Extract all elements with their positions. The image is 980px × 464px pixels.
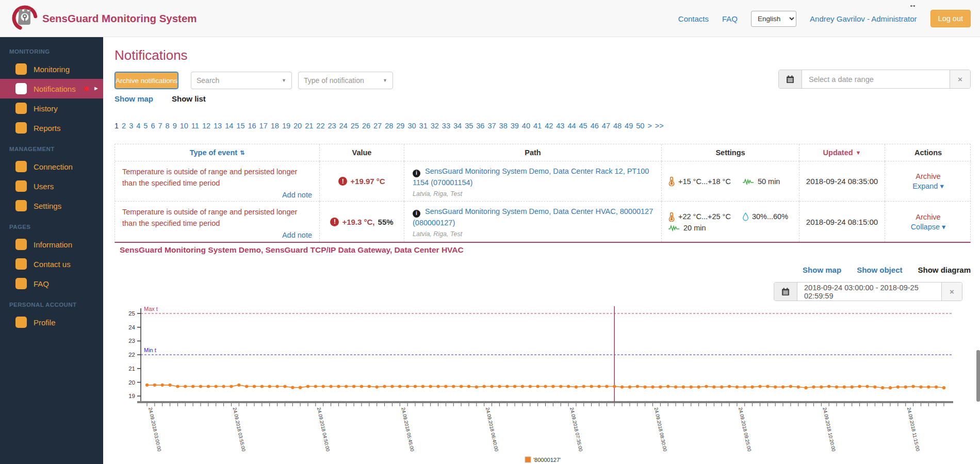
show-object-link[interactable]: Show object bbox=[857, 266, 902, 274]
page-link[interactable]: 34 bbox=[453, 122, 462, 130]
sidebar-item-settings[interactable]: Settings bbox=[0, 196, 103, 216]
page-last[interactable]: >> bbox=[655, 122, 664, 130]
sidebar-item-monitoring[interactable]: Monitoring bbox=[0, 59, 103, 79]
page-link[interactable]: 5 bbox=[143, 122, 148, 130]
page-link[interactable]: 28 bbox=[385, 122, 393, 130]
page-link[interactable]: 35 bbox=[465, 122, 473, 130]
page-link[interactable]: 9 bbox=[173, 122, 177, 130]
date-range-input[interactable]: Select a date range bbox=[802, 70, 950, 88]
page-link[interactable]: 40 bbox=[522, 122, 530, 130]
page-link[interactable]: 2 bbox=[122, 122, 126, 130]
page-link[interactable]: 19 bbox=[282, 122, 290, 130]
path-link[interactable]: SensGuard Monitoring System Demo, Data C… bbox=[413, 207, 653, 227]
logout-button[interactable]: Log out bbox=[930, 10, 971, 27]
page-link[interactable]: 44 bbox=[567, 122, 576, 130]
calendar-icon[interactable] bbox=[774, 283, 797, 301]
page-link[interactable]: 21 bbox=[305, 122, 313, 130]
sidebar-item-connection[interactable]: Connection bbox=[0, 157, 103, 176]
page-link[interactable]: 16 bbox=[248, 122, 256, 130]
sidebar-item-profile[interactable]: Profile bbox=[0, 312, 103, 332]
page-link[interactable]: 42 bbox=[545, 122, 553, 130]
show-map-link[interactable]: Show map bbox=[115, 94, 153, 103]
page-link[interactable]: 33 bbox=[442, 122, 450, 130]
add-note-link[interactable]: Add note bbox=[282, 189, 312, 201]
humidity-icon bbox=[742, 212, 749, 221]
page-link[interactable]: 6 bbox=[151, 122, 155, 130]
page-link[interactable]: 20 bbox=[293, 122, 302, 130]
clear-date-icon[interactable]: × bbox=[950, 70, 970, 88]
page-link[interactable]: 46 bbox=[591, 122, 599, 130]
user-profile-link[interactable]: Andrey Gavrilov - Administrator bbox=[810, 14, 917, 23]
page-link[interactable]: 48 bbox=[613, 122, 622, 130]
column-header-value: Value bbox=[320, 144, 404, 161]
page-link[interactable]: 29 bbox=[396, 122, 404, 130]
archive-notifications-button[interactable]: Archive notifications bbox=[115, 72, 178, 89]
page-link[interactable]: 18 bbox=[271, 122, 279, 130]
page-link[interactable]: 10 bbox=[180, 122, 188, 130]
page-link[interactable]: 27 bbox=[373, 122, 382, 130]
page-link[interactable]: 37 bbox=[487, 122, 496, 130]
add-note-link[interactable]: Add note bbox=[282, 229, 312, 241]
sidebar-item-notifications[interactable]: Notifications ✱ ► bbox=[0, 79, 103, 98]
page-link[interactable]: 47 bbox=[602, 122, 610, 130]
path-link[interactable]: SensGuard Monitoring System Demo, Data C… bbox=[413, 167, 649, 187]
sidebar-item-contact-us[interactable]: Contact us bbox=[0, 254, 103, 274]
clear-date-icon[interactable]: × bbox=[941, 283, 962, 301]
page-link[interactable]: 26 bbox=[362, 122, 370, 130]
archive-link[interactable]: Archive bbox=[916, 213, 940, 221]
page-link[interactable]: 4 bbox=[136, 122, 140, 130]
page-link[interactable]: 12 bbox=[202, 122, 210, 130]
page-link[interactable]: 32 bbox=[431, 122, 439, 130]
sidebar-item-users[interactable]: Users bbox=[0, 176, 103, 196]
sidebar-item-information[interactable]: Information bbox=[0, 235, 103, 254]
column-header-type-of-event[interactable]: Type of event ⇅ bbox=[115, 144, 320, 161]
page-link[interactable]: 14 bbox=[225, 122, 233, 130]
column-header-updated[interactable]: Updated ▼ bbox=[799, 144, 885, 161]
diagram-date-range-input[interactable]: 2018-09-24 03:00:00 - 2018-09-25 02:59:5… bbox=[797, 283, 941, 301]
faq-link[interactable]: FAQ bbox=[722, 14, 738, 23]
page-link[interactable]: 50 bbox=[636, 122, 644, 130]
page-link[interactable]: 3 bbox=[129, 122, 133, 130]
page-link[interactable]: 25 bbox=[351, 122, 359, 130]
info-icon[interactable]: i bbox=[413, 170, 420, 177]
page-link[interactable]: 49 bbox=[625, 122, 633, 130]
vertical-scrollbar[interactable] bbox=[976, 350, 980, 402]
sidebar-item-faq[interactable]: FAQ bbox=[0, 274, 103, 293]
svg-text:24.09.2018 03:00:00: 24.09.2018 03:00:00 bbox=[148, 407, 162, 452]
language-select[interactable]: English bbox=[751, 11, 796, 27]
page-link[interactable]: 36 bbox=[476, 122, 484, 130]
sidebar-item-reports[interactable]: Reports bbox=[0, 118, 103, 138]
page-link[interactable]: 23 bbox=[328, 122, 336, 130]
page-link[interactable]: 11 bbox=[191, 122, 199, 130]
sidebar-item-history[interactable]: History bbox=[0, 98, 103, 118]
archive-link[interactable]: Archive bbox=[916, 172, 940, 180]
page-next[interactable]: > bbox=[647, 122, 651, 130]
page-link[interactable]: 15 bbox=[236, 122, 244, 130]
page-link[interactable]: 17 bbox=[259, 122, 268, 130]
page-link[interactable]: 43 bbox=[556, 122, 564, 130]
expand-link[interactable]: Expand ▾ bbox=[912, 182, 944, 190]
page-link[interactable]: 39 bbox=[511, 122, 519, 130]
collapse-link[interactable]: Collapse ▾ bbox=[911, 223, 946, 231]
page-link[interactable]: 38 bbox=[499, 122, 508, 130]
calendar-icon[interactable] bbox=[779, 70, 802, 88]
page-link[interactable]: 31 bbox=[419, 122, 428, 130]
page-link[interactable]: 41 bbox=[533, 122, 542, 130]
svg-text:24.09.2018 05:45:00: 24.09.2018 05:45:00 bbox=[400, 407, 415, 452]
path-location: Latvia, Riga, Test bbox=[413, 189, 654, 198]
page-link[interactable]: 30 bbox=[407, 122, 416, 130]
page-link[interactable]: 24 bbox=[339, 122, 348, 130]
page-link[interactable]: 8 bbox=[166, 122, 170, 130]
type-of-notification-dropdown[interactable]: Type of notification ▼ bbox=[298, 72, 393, 89]
search-dropdown[interactable]: Search ▼ bbox=[191, 72, 292, 89]
show-map-link[interactable]: Show map bbox=[803, 266, 841, 274]
page-link[interactable]: 13 bbox=[214, 122, 222, 130]
page-link[interactable]: 45 bbox=[579, 122, 587, 130]
show-list-link[interactable]: Show list bbox=[172, 94, 206, 103]
info-icon[interactable]: i bbox=[413, 210, 420, 218]
page-link[interactable]: 7 bbox=[158, 122, 162, 130]
page-link[interactable]: 22 bbox=[316, 122, 324, 130]
show-diagram-link[interactable]: Show diagram bbox=[918, 266, 971, 274]
information-icon bbox=[15, 239, 27, 250]
contacts-link[interactable]: Contacts bbox=[678, 14, 709, 23]
